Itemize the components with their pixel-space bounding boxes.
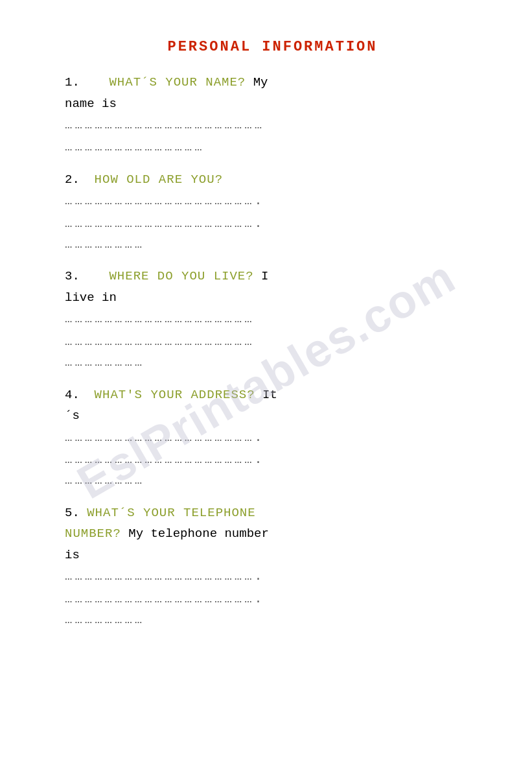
question-5-text: WHAT´S YOUR TELEPHONE [87, 506, 255, 520]
question-4-number: 4. [65, 388, 95, 402]
question-block-3: 3. WHERE DO YOU LIVE? I live in ……………………… [65, 267, 480, 372]
question-block-4: 4. WHAT'S YOUR ADDRESS? It ´s …………………………… [65, 386, 480, 491]
question-block-2: 2. HOW OLD ARE YOU? ………………………………………………….… [65, 171, 480, 255]
question-2-number: 2. [65, 172, 95, 187]
question-1-answer-line: name is [65, 95, 480, 113]
question-block-5: 5. WHAT´S YOUR TELEPHONE NUMBER? My tele… [65, 504, 480, 630]
question-4-dots-2: …………………………………………………. [65, 450, 480, 469]
question-3-answer-line: live in [65, 289, 480, 307]
question-4-text: WHAT'S YOUR ADDRESS? [95, 388, 255, 402]
question-5-dots-3: …………………… [65, 610, 480, 630]
question-5-dots-1: …………………………………………………. [65, 567, 480, 586]
questions-container: 1. WHAT´S YOUR NAME? My name is ……………………… [65, 73, 480, 630]
question-2-dots-1: …………………………………………………. [65, 191, 480, 211]
question-1-answer-cont: name is [65, 97, 117, 111]
question-1-answer: My [246, 75, 268, 89]
question-4-dots-1: …………………………………………………. [65, 428, 480, 447]
question-3-answer: I [254, 269, 269, 283]
question-4-answer: It [255, 388, 277, 402]
question-2-line: 2. HOW OLD ARE YOU? [65, 171, 480, 189]
question-1-dots-2: …………………………………… [65, 137, 480, 157]
question-5-answer-line: is [65, 546, 480, 565]
question-1-number: 1. [65, 75, 109, 89]
question-5-text2: NUMBER? [65, 527, 121, 541]
question-2-dots-2: …………………………………………………. [65, 214, 480, 233]
page-title: PERSONAL INFORMATION [65, 39, 480, 55]
question-3-text: WHERE DO YOU LIVE? [109, 269, 253, 283]
question-5-line: 5. WHAT´S YOUR TELEPHONE [65, 504, 480, 523]
question-1-text: WHAT´S YOUR NAME? [109, 75, 246, 89]
question-5-number: 5. [65, 506, 87, 520]
question-3-dots-3: …………………… [65, 353, 480, 372]
question-5-dots-2: …………………………………………………. [65, 589, 480, 609]
question-4-answer-cont: ´s [65, 409, 80, 423]
question-4-line: 4. WHAT'S YOUR ADDRESS? It [65, 386, 480, 405]
question-3-dots-1: ………………………………………………… [65, 309, 480, 329]
question-5-answer-cont: is [65, 548, 80, 562]
question-4-answer-line: ´s [65, 407, 480, 425]
question-2-dots-3: …………………… [65, 235, 480, 254]
question-2-text: HOW OLD ARE YOU? [95, 172, 223, 187]
question-3-dots-2: ………………………………………………… [65, 332, 480, 351]
question-3-number: 3. [65, 269, 109, 283]
question-3-answer-cont: live in [65, 290, 117, 305]
question-1-dots-1: …………………………………………………… [65, 115, 480, 135]
question-1-line: 1. WHAT´S YOUR NAME? My [65, 73, 480, 92]
question-5-line2: NUMBER? My telephone number [65, 525, 480, 543]
question-5-answer: My telephone number [121, 527, 269, 541]
question-block-1: 1. WHAT´S YOUR NAME? My name is ……………………… [65, 73, 480, 158]
question-4-dots-3: …………………… [65, 471, 480, 490]
question-3-line: 3. WHERE DO YOU LIVE? I [65, 267, 480, 286]
